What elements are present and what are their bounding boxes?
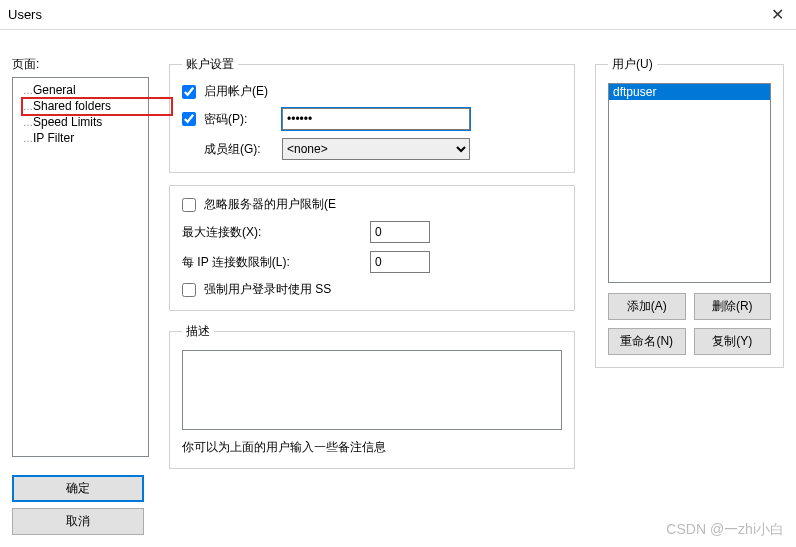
description-group: 描述 你可以为上面的用户输入一些备注信息: [169, 323, 575, 469]
enable-account-label: 启用帐户(E): [204, 83, 268, 100]
users-legend: 用户(U): [608, 56, 657, 73]
password-input[interactable]: [282, 108, 470, 130]
remove-button[interactable]: 删除(R): [694, 293, 772, 320]
per-ip-label: 每 IP 连接数限制(L):: [182, 254, 362, 271]
force-ssl-checkbox[interactable]: [182, 283, 196, 297]
password-checkbox[interactable]: [182, 112, 196, 126]
page-speed-limits[interactable]: Speed Limits: [15, 114, 146, 130]
group-select[interactable]: <none>: [282, 138, 470, 160]
group-label: 成员组(G):: [204, 141, 274, 158]
description-legend: 描述: [182, 323, 214, 340]
copy-button[interactable]: 复制(Y): [694, 328, 772, 355]
per-ip-input[interactable]: [370, 251, 430, 273]
close-icon[interactable]: ✕: [767, 5, 788, 24]
page-shared-folders[interactable]: Shared folders: [15, 98, 146, 114]
pages-label: 页面:: [12, 56, 149, 73]
pages-list[interactable]: General Shared folders Speed Limits IP F…: [12, 77, 149, 457]
users-list[interactable]: dftpuser: [608, 83, 771, 283]
force-ssl-label: 强制用户登录时使用 SS: [204, 281, 331, 298]
description-hint: 你可以为上面的用户输入一些备注信息: [182, 439, 562, 456]
limits-group: 忽略服务器的用户限制(E 最大连接数(X): 每 IP 连接数限制(L): 强制…: [169, 185, 575, 311]
ok-button[interactable]: 确定: [12, 475, 144, 502]
max-conn-label: 最大连接数(X):: [182, 224, 362, 241]
enable-account-checkbox[interactable]: [182, 85, 196, 99]
description-textarea[interactable]: [182, 350, 562, 430]
cancel-button[interactable]: 取消: [12, 508, 144, 535]
max-conn-input[interactable]: [370, 221, 430, 243]
users-group: 用户(U) dftpuser 添加(A) 删除(R) 重命名(N) 复制(Y): [595, 56, 784, 368]
window-title: Users: [8, 7, 767, 22]
rename-button[interactable]: 重命名(N): [608, 328, 685, 355]
account-settings-group: 账户设置 启用帐户(E) 密码(P): 成员组(G): <none>: [169, 56, 575, 173]
titlebar: Users ✕: [0, 0, 796, 30]
user-item[interactable]: dftpuser: [609, 84, 770, 100]
bypass-limits-checkbox[interactable]: [182, 198, 196, 212]
account-legend: 账户设置: [182, 56, 238, 73]
page-ip-filter[interactable]: IP Filter: [15, 130, 146, 146]
add-button[interactable]: 添加(A): [608, 293, 685, 320]
page-general[interactable]: General: [15, 82, 146, 98]
password-label: 密码(P):: [204, 111, 274, 128]
bypass-limits-label: 忽略服务器的用户限制(E: [204, 196, 336, 213]
